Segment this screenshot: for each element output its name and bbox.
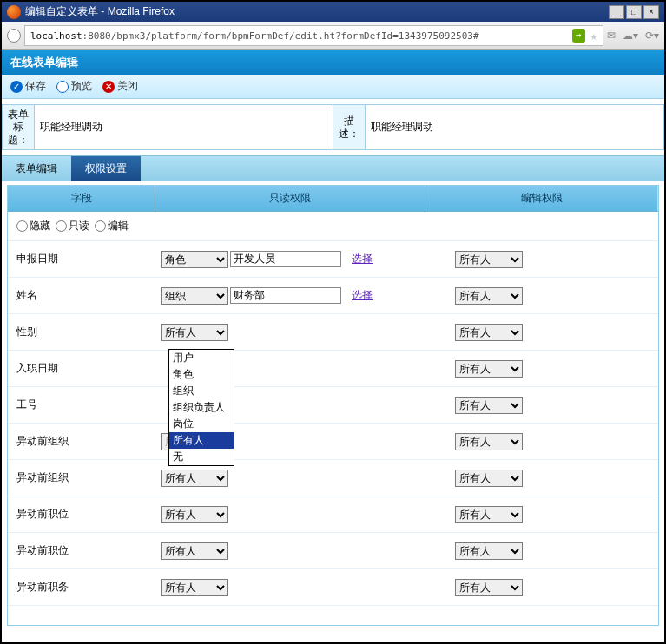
edit-perm-select[interactable]: 所有人 [455,433,523,450]
select-link[interactable]: 选择 [352,252,373,266]
minimize-button[interactable]: _ [609,5,624,19]
preview-icon [56,81,69,93]
readonly-cell: 组织选择 [155,284,439,308]
url-path: :8080/bpmx3/platform/form/bpmFormDef/edi… [82,30,479,42]
go-icon[interactable]: → [572,29,585,43]
readonly-cell: 所有人 [155,503,439,527]
radio-readonly[interactable]: 只读 [56,219,89,233]
edit-cell: 所有人 [439,466,658,490]
field-label: 性别 [8,321,155,343]
url-bar[interactable]: localhost :8080/bpmx3/platform/form/bpmF… [24,25,603,46]
edit-cell: 所有人 [439,320,658,345]
permission-grid: 字段 只读权限 编辑权限 隐藏 只读 编辑 申报日期角色选择所有人姓名组织选择所… [7,185,659,626]
readonly-cell: 所有人 [155,575,439,600]
table-row: 异动前职务所有人所有人 [8,569,658,606]
edit-perm-select[interactable]: 所有人 [455,542,523,560]
table-row: 异动前组织所有人所有人 [8,424,658,460]
form-title-input[interactable] [40,119,327,136]
table-row: 异动前职位所有人所有人 [8,496,658,533]
urlbar-row: localhost :8080/bpmx3/platform/form/bpmF… [2,22,664,50]
col-edit: 编辑权限 [425,186,658,211]
table-row: 异动前组织所有人所有人 [8,460,658,496]
col-field: 字段 [8,186,155,211]
form-desc-label: 描述： [333,105,366,150]
sync-icon[interactable]: ⟳▾ [645,30,659,42]
table-row: 申报日期角色选择所有人 [8,241,658,278]
edit-perm-select[interactable]: 所有人 [455,251,523,268]
edit-cell: 所有人 [439,430,658,454]
readonly-type-select[interactable]: 所有人 [161,542,228,560]
readonly-value-input[interactable] [230,251,341,267]
field-label: 入职日期 [8,358,155,379]
weather-icon[interactable]: ☁▾ [623,30,638,42]
radio-row: 隐藏 只读 编辑 [8,212,658,241]
table-row: 性别所有人所有人 [8,314,658,351]
readonly-cell: 所有人 [155,466,439,490]
form-title-label: 表单标题： [3,105,35,150]
close-window-button[interactable]: × [643,5,659,19]
close-button[interactable]: ✕关闭 [102,79,138,94]
col-readonly: 只读权限 [155,186,425,211]
titlebar: 编辑自定义表单 - Mozilla Firefox _ □ × [2,2,664,22]
tab-form-edit[interactable]: 表单编辑 [2,156,71,181]
edit-cell: 所有人 [439,575,658,600]
radio-edit[interactable]: 编辑 [95,219,129,233]
dropdown-list[interactable]: 用户角色组织组织负责人岗位所有人无 [168,349,234,466]
field-label: 申报日期 [8,248,155,270]
edit-cell: 所有人 [439,539,658,563]
edit-cell: 所有人 [439,247,658,272]
edit-perm-select[interactable]: 所有人 [455,360,523,378]
readonly-cell: 所有人 [155,320,439,345]
readonly-cell: 所有人 [155,539,439,563]
tab-permission[interactable]: 权限设置 [71,156,141,181]
readonly-type-select[interactable]: 组织 [161,287,228,305]
dropdown-option[interactable]: 用户 [169,350,234,366]
url-host: localhost [30,30,82,42]
close-icon: ✕ [102,81,115,93]
readonly-cell: 角色选择 [155,247,439,272]
mail-icon[interactable]: ✉ [607,30,616,42]
table-row: 姓名组织选择所有人 [8,278,658,314]
field-label: 工号 [8,394,155,416]
select-link[interactable]: 选择 [352,288,373,303]
maximize-button[interactable]: □ [626,5,642,19]
readonly-type-select[interactable]: 所有人 [161,506,228,523]
table-row: 入职日期所有人 [8,351,658,387]
field-label: 异动前组织 [8,430,155,452]
edit-perm-select[interactable]: 所有人 [455,287,523,305]
edit-perm-select[interactable]: 所有人 [455,506,523,523]
readonly-type-select[interactable]: 所有人 [161,470,228,487]
form-desc-input[interactable] [371,119,658,136]
dropdown-option[interactable]: 岗位 [169,416,234,432]
dropdown-option[interactable]: 组织 [169,383,234,399]
edit-cell: 所有人 [439,503,658,527]
field-label: 异动前职务 [8,576,155,598]
readonly-type-select[interactable]: 角色 [161,251,228,268]
preview-button[interactable]: 预览 [56,79,92,94]
edit-perm-select[interactable]: 所有人 [455,579,523,596]
window-title: 编辑自定义表单 - Mozilla Firefox [25,4,175,19]
dropdown-option[interactable]: 无 [169,449,234,465]
dropdown-option[interactable]: 所有人 [169,432,234,449]
firefox-icon [7,5,21,19]
table-row: 工号所有人 [8,387,658,424]
edit-perm-select[interactable]: 所有人 [455,397,523,414]
edit-perm-select[interactable]: 所有人 [455,470,523,487]
dropdown-option[interactable]: 角色 [169,366,234,383]
grid-body[interactable]: 隐藏 只读 编辑 申报日期角色选择所有人姓名组织选择所有人性别所有人所有人入职日… [8,212,658,625]
panel-header: 在线表单编辑 [2,50,664,75]
table-row: 异动前职位所有人所有人 [8,533,658,569]
field-label: 姓名 [8,285,155,306]
window-controls: _ □ × [607,5,659,19]
site-identity-icon[interactable] [7,29,21,43]
bookmark-star-icon[interactable]: ★ [590,29,597,43]
edit-perm-select[interactable]: 所有人 [455,324,523,341]
save-button[interactable]: ✓保存 [10,79,46,94]
readonly-type-select[interactable]: 所有人 [161,579,228,596]
readonly-value-input[interactable] [230,287,341,304]
dropdown-option[interactable]: 组织负责人 [169,399,234,416]
readonly-type-select[interactable]: 所有人 [161,324,228,341]
radio-hide[interactable]: 隐藏 [16,219,50,233]
save-icon: ✓ [10,81,23,93]
edit-cell: 所有人 [439,284,658,308]
